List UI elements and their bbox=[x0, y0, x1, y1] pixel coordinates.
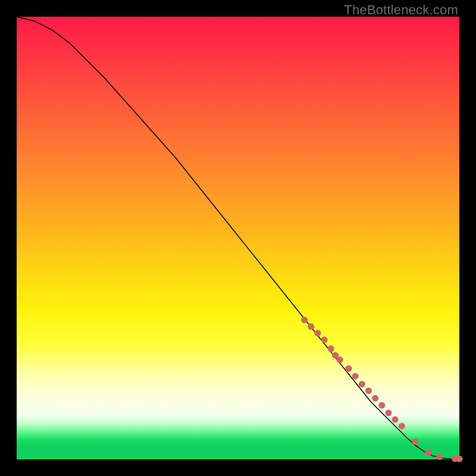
data-point bbox=[321, 337, 328, 343]
data-point bbox=[346, 365, 352, 372]
chart-overlay bbox=[17, 17, 459, 459]
data-point bbox=[412, 439, 418, 445]
data-point bbox=[385, 409, 392, 416]
watermark-text: TheBottleneck.com bbox=[344, 2, 458, 18]
data-point bbox=[372, 395, 378, 402]
data-point bbox=[399, 423, 405, 430]
data-point bbox=[378, 402, 385, 409]
data-point bbox=[301, 317, 308, 323]
data-point bbox=[352, 373, 359, 380]
data-point bbox=[392, 416, 399, 423]
data-point bbox=[337, 356, 343, 363]
bottleneck-curve bbox=[17, 17, 459, 459]
highlighted-points-group bbox=[301, 317, 462, 462]
data-point bbox=[359, 381, 365, 387]
data-point bbox=[365, 387, 372, 394]
data-point bbox=[328, 346, 334, 352]
data-point bbox=[425, 449, 431, 456]
data-point bbox=[436, 453, 443, 460]
data-point bbox=[314, 330, 321, 336]
data-point bbox=[308, 323, 314, 330]
data-point bbox=[456, 456, 463, 462]
chart-frame: TheBottleneck.com bbox=[0, 0, 476, 476]
